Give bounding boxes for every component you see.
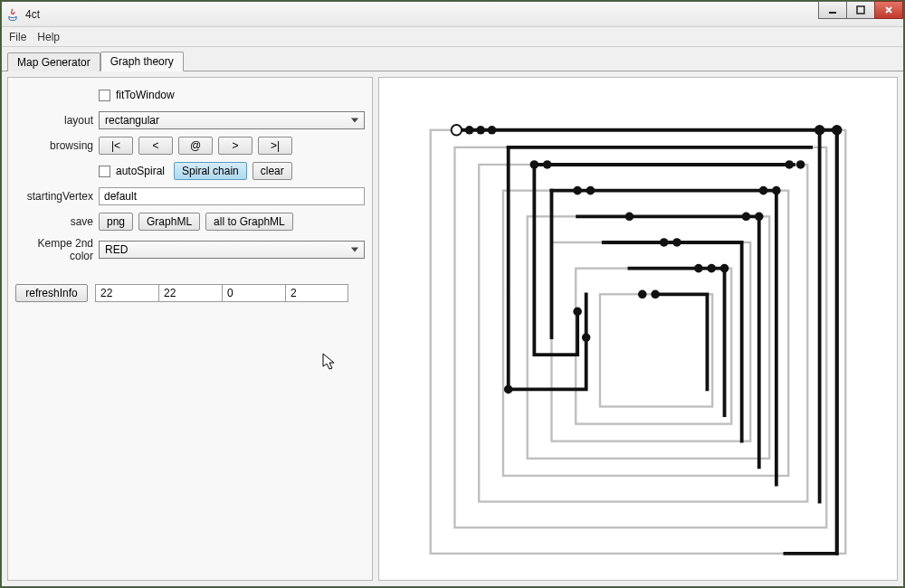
svg-point-10 — [452, 125, 462, 135]
svg-point-23 — [772, 186, 781, 195]
info-cell-2: 0 — [222, 284, 285, 302]
layout-select-value: rectangular — [105, 114, 159, 127]
svg-point-26 — [755, 213, 764, 222]
svg-point-17 — [543, 160, 552, 169]
info-cell-1: 22 — [158, 284, 222, 302]
graph-canvas — [388, 87, 888, 571]
info-cell-3: 2 — [285, 284, 348, 302]
svg-point-34 — [573, 308, 582, 317]
minimize-button[interactable] — [818, 1, 847, 19]
close-button[interactable] — [874, 1, 903, 19]
browse-last-button[interactable]: >| — [258, 137, 292, 155]
menu-help[interactable]: Help — [37, 31, 60, 43]
save-label: save — [15, 215, 99, 228]
starting-vertex-label: startingVertex — [15, 190, 99, 203]
fit-to-window-checkbox[interactable] — [99, 90, 110, 101]
layout-label: layout — [15, 114, 99, 127]
svg-point-36 — [504, 385, 513, 394]
svg-point-22 — [759, 186, 768, 195]
svg-rect-6 — [528, 216, 770, 459]
svg-point-16 — [530, 160, 539, 169]
spiral-chain-button[interactable]: Spiral chain — [174, 162, 247, 180]
browse-next-button[interactable]: > — [218, 137, 252, 155]
svg-point-30 — [707, 264, 716, 273]
info-bar: refreshInfo 22 22 0 2 — [15, 284, 365, 302]
svg-point-19 — [796, 160, 805, 169]
svg-rect-2 — [431, 130, 846, 554]
auto-spiral-label: autoSpiral — [116, 165, 165, 177]
svg-point-32 — [638, 290, 647, 299]
svg-point-28 — [672, 238, 681, 247]
svg-point-11 — [465, 126, 474, 135]
svg-rect-3 — [454, 147, 826, 527]
svg-point-33 — [651, 290, 660, 299]
tab-map-generator[interactable]: Map Generator — [7, 52, 100, 71]
kempe-label: Kempe 2nd color — [15, 237, 99, 262]
svg-rect-9 — [600, 294, 712, 406]
window-title: 4ct — [25, 8, 40, 21]
save-png-button[interactable]: png — [99, 213, 133, 231]
tab-graph-theory[interactable]: Graph theory — [100, 52, 184, 71]
browse-at-button[interactable]: @ — [178, 137, 213, 155]
kempe-select-value: RED — [105, 243, 128, 256]
save-graphml-button[interactable]: GraphML — [138, 213, 200, 231]
save-all-graphml-button[interactable]: all to GraphML — [205, 213, 293, 231]
svg-rect-7 — [551, 242, 750, 441]
svg-rect-5 — [503, 191, 788, 476]
auto-spiral-checkbox[interactable] — [99, 166, 110, 177]
fit-to-window-label: fitToWindow — [116, 89, 175, 101]
browsing-label: browsing — [15, 139, 99, 152]
svg-point-24 — [625, 213, 634, 222]
svg-rect-1 — [857, 6, 864, 14]
info-cell-0: 22 — [95, 284, 158, 302]
starting-vertex-value: default — [104, 190, 137, 203]
menubar: File Help — [2, 27, 903, 47]
layout-select[interactable]: rectangular — [99, 111, 365, 129]
window-controls — [819, 1, 903, 19]
svg-point-35 — [582, 333, 591, 342]
content: fitToWindow layout rectangular browsing … — [2, 71, 903, 586]
svg-point-29 — [694, 264, 703, 273]
svg-point-18 — [785, 160, 794, 169]
titlebar: 4ct — [2, 2, 903, 27]
kempe-select[interactable]: RED — [99, 241, 365, 259]
maximize-button[interactable] — [846, 1, 875, 19]
java-icon — [5, 7, 20, 22]
clear-button[interactable]: clear — [252, 162, 292, 180]
browse-prev-button[interactable]: < — [138, 137, 173, 155]
svg-point-14 — [814, 125, 824, 135]
svg-point-13 — [488, 126, 497, 135]
svg-point-31 — [720, 264, 729, 273]
svg-point-12 — [476, 126, 485, 135]
starting-vertex-field[interactable]: default — [99, 187, 365, 205]
svg-point-27 — [660, 238, 669, 247]
tabbar: Map Generator Graph theory — [2, 47, 903, 71]
svg-point-21 — [586, 186, 595, 195]
control-panel: fitToWindow layout rectangular browsing … — [7, 77, 373, 581]
menu-file[interactable]: File — [9, 31, 26, 43]
svg-point-25 — [742, 213, 751, 222]
svg-point-20 — [573, 186, 582, 195]
browse-first-button[interactable]: |< — [99, 137, 133, 155]
svg-point-15 — [832, 125, 842, 135]
svg-rect-0 — [829, 12, 836, 14]
app-window: 4ct File Help Map Generator Graph theory… — [1, 1, 904, 587]
graph-viewport[interactable] — [378, 77, 898, 581]
refresh-info-button[interactable]: refreshInfo — [15, 284, 88, 302]
